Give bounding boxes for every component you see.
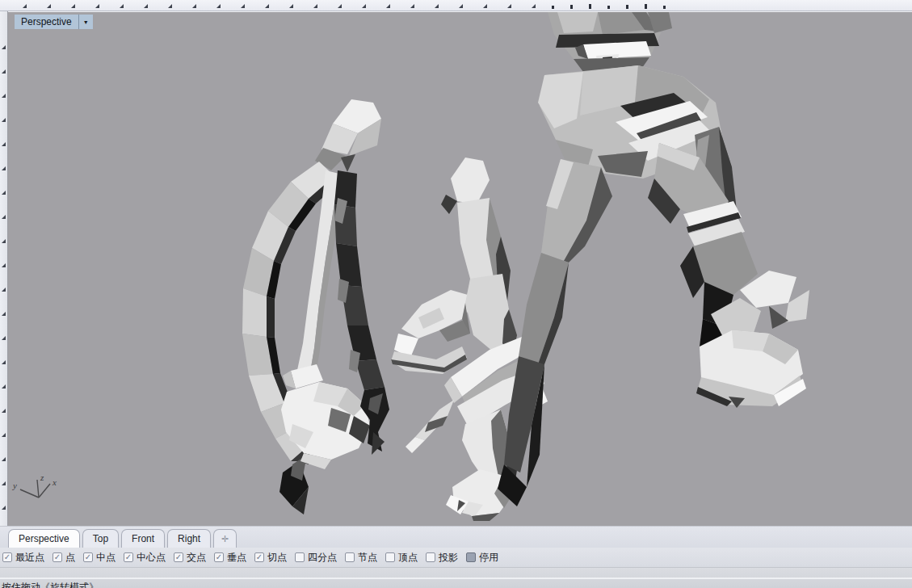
- osnap-checkbox[interactable]: ✓: [83, 552, 93, 562]
- axis-label-y: y: [12, 481, 17, 490]
- toolbar-icon-fragment: [552, 6, 554, 9]
- toolbar-icon-fragment: [663, 6, 666, 9]
- osnap-checkbox[interactable]: ✓: [254, 552, 264, 562]
- osnap-item-2[interactable]: ✓中点: [83, 551, 116, 565]
- rhino-window: { "viewport": { "label": "Perspective", …: [0, 0, 912, 588]
- osnap-label: 节点: [358, 551, 377, 565]
- osnap-item-6[interactable]: ✓切点: [254, 551, 287, 565]
- osnap-label: 切点: [267, 551, 287, 565]
- toolbar-flyout-arrow-icon: [2, 336, 6, 340]
- toolbar-flyout-arrow-icon: [2, 288, 6, 292]
- toolbar-flyout-arrow-icon: [241, 4, 245, 8]
- toolbar-flyout-arrow-icon: [2, 409, 6, 413]
- toolbar-flyout-arrow-icon: [2, 215, 6, 219]
- osnap-checkbox[interactable]: [426, 552, 435, 562]
- osnap-label: 最近点: [15, 551, 44, 565]
- toolbar-flyout-arrow-icon: [2, 433, 6, 437]
- toolbar-flyout-arrow-icon: [435, 4, 439, 8]
- toolbar-flyout-arrow-icon: [2, 166, 6, 170]
- osnap-item-3[interactable]: ✓中心点: [124, 551, 166, 565]
- toolbar-flyout-arrow-icon: [23, 4, 27, 8]
- model-hair-knot: [315, 99, 381, 172]
- osnap-item-4[interactable]: ✓交点: [174, 551, 206, 565]
- osnap-label: 四分点: [308, 551, 337, 565]
- toolbar-flyout-arrow-icon: [2, 384, 6, 388]
- osnap-item-disable[interactable]: 停用: [466, 551, 498, 565]
- osnap-checkbox[interactable]: [385, 552, 395, 562]
- toolbar-flyout-arrow-icon: [2, 481, 6, 485]
- toolbar-flyout-arrow-icon: [2, 191, 6, 195]
- osnap-item-0[interactable]: ✓最近点: [2, 551, 44, 565]
- toolbar-flyout-arrow-icon: [532, 4, 536, 8]
- toolbar-icon-fragment: [570, 5, 573, 9]
- viewport-tab-right[interactable]: Right: [167, 529, 211, 548]
- viewport-title-chip[interactable]: Perspective ▼: [15, 15, 93, 29]
- osnap-checkbox[interactable]: ✓: [214, 552, 224, 562]
- model-3d-character: z x y: [8, 12, 912, 527]
- toolbar-flyout-arrow-icon: [168, 4, 172, 8]
- viewport-tab-top[interactable]: Top: [82, 529, 119, 548]
- top-toolbar-clipped[interactable]: [0, 0, 912, 11]
- osnap-label: 垂点: [227, 551, 246, 565]
- toolbar-flyout-arrow-icon: [362, 4, 366, 8]
- toolbar-flyout-arrow-icon: [386, 4, 390, 8]
- osnap-disable-label: 停用: [479, 551, 498, 565]
- osnap-label: 点: [65, 551, 75, 565]
- toolbar-icon-fragment: [607, 6, 610, 9]
- toolbar-flyout-arrow-icon: [2, 312, 6, 316]
- toolbar-flyout-arrow-icon: [338, 4, 342, 8]
- toolbar-flyout-arrow-icon: [2, 45, 6, 49]
- viewport-tab-perspective[interactable]: Perspective: [8, 529, 80, 548]
- toolbar-flyout-arrow-icon: [2, 506, 6, 510]
- osnap-item-10[interactable]: 投影: [426, 551, 458, 565]
- osnap-item-5[interactable]: ✓垂点: [214, 551, 246, 565]
- osnap-item-1[interactable]: ✓点: [53, 551, 75, 565]
- osnap-checkbox[interactable]: ✓: [174, 552, 183, 562]
- osnap-label: 中心点: [137, 551, 166, 565]
- toolbar-flyout-arrow-icon: [289, 4, 293, 8]
- toolbar-flyout-arrow-icon: [120, 4, 124, 8]
- viewport-tab-front[interactable]: Front: [121, 529, 165, 548]
- chevron-down-icon[interactable]: ▼: [79, 19, 93, 25]
- command-history-text: 按住拖动《旋转模式》: [2, 581, 99, 588]
- axis-gizmo: z x y: [12, 472, 57, 498]
- model-torso: [548, 12, 672, 74]
- osnap-toolbar: ✓最近点✓点✓中点✓中心点✓交点✓垂点✓切点四分点节点顶点投影停用: [0, 548, 912, 567]
- left-toolbar-clipped[interactable]: [0, 11, 8, 526]
- osnap-item-9[interactable]: 顶点: [385, 551, 418, 565]
- status-strip-clipped: 按住拖动《旋转模式》: [0, 567, 912, 588]
- toolbar-flyout-arrow-icon: [2, 360, 6, 364]
- osnap-checkbox[interactable]: ✓: [2, 552, 12, 562]
- toolbar-flyout-arrow-icon: [459, 4, 463, 8]
- osnap-checkbox[interactable]: ✓: [53, 552, 62, 562]
- osnap-label: 投影: [439, 551, 458, 565]
- toolbar-icon-fragment: [645, 4, 647, 9]
- osnap-label: 顶点: [398, 551, 418, 565]
- add-viewport-tab-button[interactable]: ✛: [213, 529, 237, 548]
- toolbar-flyout-arrow-icon: [2, 69, 6, 74]
- toolbar-flyout-arrow-icon: [216, 4, 221, 8]
- osnap-disable-checkbox[interactable]: [466, 552, 476, 562]
- viewport-perspective[interactable]: z x y Perspective ▼: [8, 11, 912, 526]
- axis-label-z: z: [40, 472, 44, 482]
- osnap-label: 中点: [96, 551, 116, 565]
- toolbar-icon-fragment: [626, 5, 628, 9]
- osnap-item-8[interactable]: 节点: [345, 551, 377, 565]
- toolbar-flyout-arrow-icon: [265, 4, 269, 8]
- toolbar-flyout-arrow-icon: [71, 4, 75, 8]
- toolbar-flyout-arrow-icon: [313, 4, 317, 8]
- osnap-checkbox[interactable]: [295, 552, 305, 562]
- toolbar-flyout-arrow-icon: [2, 94, 6, 98]
- axis-label-x: x: [52, 477, 57, 487]
- toolbar-flyout-arrow-icon: [2, 239, 6, 243]
- osnap-label: 交点: [187, 551, 206, 565]
- osnap-checkbox[interactable]: [345, 552, 355, 562]
- toolbar-flyout-arrow-icon: [2, 263, 6, 267]
- toolbar-flyout-arrow-icon: [95, 4, 99, 8]
- osnap-checkbox[interactable]: ✓: [124, 552, 133, 562]
- osnap-item-7[interactable]: 四分点: [295, 551, 337, 565]
- model-shoe: [391, 290, 473, 374]
- toolbar-flyout-arrow-icon: [192, 4, 196, 8]
- toolbar-flyout-arrow-icon: [2, 457, 6, 461]
- toolbar-flyout-arrow-icon: [47, 4, 51, 8]
